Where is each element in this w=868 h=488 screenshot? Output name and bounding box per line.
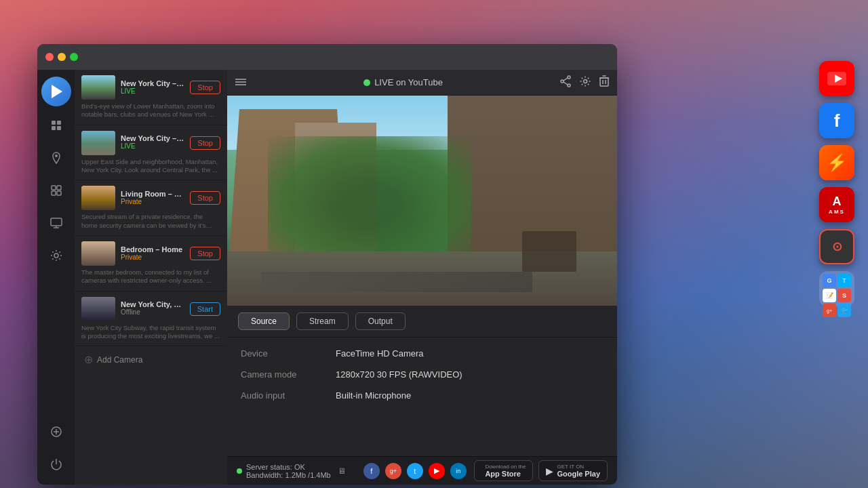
dock-facebook-icon[interactable]: f: [819, 103, 854, 138]
camera-status-4: Offline: [121, 308, 184, 316]
social-facebook-icon[interactable]: f: [363, 463, 380, 479]
audio-input-label: Audio input: [241, 390, 336, 401]
dock-youtube-icon[interactable]: [819, 61, 854, 96]
svg-line-22: [564, 78, 568, 81]
camera-name-0: New York City – Birds Eye: [121, 79, 184, 87]
minimize-button[interactable]: [58, 53, 66, 61]
details-section: Device FaceTime HD Camera Camera mode 12…: [227, 338, 617, 456]
tab-source[interactable]: Source: [238, 312, 290, 330]
settings-icon[interactable]: [579, 75, 591, 90]
camera-item-1[interactable]: New York City – UES LIVE Stop Upper East…: [75, 125, 227, 181]
camera-name-4: New York City, Subway: [121, 300, 184, 308]
maximize-button[interactable]: [70, 53, 78, 61]
dock-ams-icon[interactable]: A AMS: [819, 187, 854, 222]
mini-app-s[interactable]: S: [837, 289, 851, 302]
svg-point-21: [568, 84, 570, 87]
device-value: FaceTime HD Camera: [336, 348, 424, 359]
status-text: Server status: OK Bandwidth: 1.2Mb /1.4M…: [246, 463, 331, 479]
camera-desc-3: The master bedroom, connected to my list…: [81, 268, 220, 285]
video-preview: [227, 96, 617, 306]
sidebar-item-monitor[interactable]: [43, 209, 70, 237]
camera-stop-button-0[interactable]: Stop: [190, 81, 220, 94]
detail-row-device: Device FaceTime HD Camera: [241, 348, 604, 359]
live-dot-icon: [363, 79, 370, 86]
camera-desc-1: Upper East Side and neighborhood, Manhat…: [81, 158, 220, 175]
social-googleplus-icon[interactable]: g+: [385, 463, 401, 479]
live-text: LIVE on YouTube: [374, 77, 443, 87]
camera-thumb-1: [81, 131, 115, 155]
play-icon: ▶: [546, 466, 553, 476]
camera-item-4[interactable]: New York City, Subway Offline Start New …: [75, 291, 227, 347]
dock-target-icon[interactable]: ⊙: [819, 229, 854, 264]
sidebar-logo[interactable]: [41, 77, 71, 106]
camera-mode-value: 868x488 30 FPS (RAWVIDEO): [336, 369, 462, 380]
ams-sublabel: AMS: [829, 209, 845, 215]
title-bar: [37, 44, 617, 70]
camera-desc-2: Secured stream of a private residence, t…: [81, 213, 220, 230]
sidebar-item-location[interactable]: [43, 144, 70, 171]
target-number: ⊙: [832, 239, 842, 254]
camera-desc-4: New York City Subway, the rapid transit …: [81, 324, 220, 341]
delete-icon[interactable]: [599, 75, 609, 90]
social-youtube-icon[interactable]: ▶: [429, 463, 445, 479]
dock-lightning-icon[interactable]: ⚡: [819, 145, 854, 180]
camera-status-3: Private: [121, 253, 184, 261]
mini-app-g[interactable]: G: [823, 274, 836, 287]
mini-app-t[interactable]: T: [837, 274, 851, 287]
svg-rect-9: [51, 218, 62, 226]
camera-item-3[interactable]: Bedroom – Home Private Stop The master b…: [75, 236, 227, 291]
window-buttons: [45, 53, 78, 61]
tab-output[interactable]: Output: [355, 312, 406, 330]
google-play-label: Google Play: [557, 470, 600, 478]
camera-stop-button-2[interactable]: Stop: [190, 191, 220, 205]
camera-stop-button-1[interactable]: Stop: [190, 136, 220, 150]
sidebar-item-add[interactable]: [43, 418, 70, 445]
status-dot-icon: [237, 468, 242, 474]
store-buttons: Download on the App Store ▶ GET IT ON Go…: [474, 460, 608, 481]
svg-point-19: [568, 76, 570, 79]
camera-name-2: Living Room – Home: [121, 190, 184, 198]
close-button[interactable]: [45, 53, 54, 61]
camera-mode-label: Camera mode: [241, 369, 336, 380]
mini-app-note[interactable]: 📝: [823, 289, 836, 302]
device-label: Device: [241, 348, 336, 359]
app-store-button[interactable]: Download on the App Store: [474, 460, 533, 481]
share-icon[interactable]: [560, 75, 571, 90]
sidebar-item-power[interactable]: [43, 451, 70, 478]
add-camera-button[interactable]: ⊕ Add Camera: [75, 346, 227, 373]
bottom-bar: Server status: OK Bandwidth: 1.2Mb /1.4M…: [227, 456, 617, 485]
street-road: [261, 272, 532, 292]
car-silhouette: [522, 231, 576, 272]
camera-status-2: Private: [121, 198, 184, 205]
google-play-button[interactable]: ▶ GET IT ON Google Play: [538, 460, 608, 481]
svg-rect-8: [57, 191, 61, 195]
server-status-text: Server status: OK: [246, 463, 331, 471]
svg-point-12: [54, 253, 58, 258]
camera-name-3: Bedroom – Home: [121, 245, 184, 253]
app-store-label: App Store: [485, 470, 526, 478]
sidebar-item-grid[interactable]: [43, 177, 70, 204]
svg-rect-6: [57, 186, 61, 190]
app-content: New York City – Birds Eye LIVE Stop Bird…: [37, 70, 617, 485]
content-tabs: Source Stream Output: [227, 306, 617, 338]
sidebar-item-library[interactable]: [43, 112, 70, 139]
svg-point-4: [55, 155, 58, 157]
camera-item-0[interactable]: New York City – Birds Eye LIVE Stop Bird…: [75, 70, 227, 125]
logo-play-icon: [52, 85, 62, 98]
camera-stop-button-3[interactable]: Stop: [190, 247, 220, 260]
social-twitter-icon[interactable]: t: [407, 463, 423, 479]
right-area: LIVE on YouTube: [227, 70, 617, 485]
menu-icon[interactable]: [235, 77, 246, 89]
camera-start-button-4[interactable]: Start: [190, 302, 220, 316]
detail-row-camera-mode: Camera mode 868x488 30 FPS (RAWVIDEO): [241, 369, 604, 380]
dock-mini-apps[interactable]: G T 📝 S g+ 🐦: [819, 271, 854, 306]
sidebar: [37, 70, 75, 485]
top-bar-actions: [560, 75, 609, 90]
camera-thumb-4: [81, 297, 115, 321]
sidebar-item-settings[interactable]: [43, 242, 70, 269]
mini-app-gplus[interactable]: g+: [823, 304, 836, 317]
mini-app-bird[interactable]: 🐦: [837, 304, 851, 317]
camera-item-2[interactable]: Living Room – Home Private Stop Secured …: [75, 180, 227, 236]
social-linkedin-icon[interactable]: in: [450, 463, 467, 479]
tab-stream[interactable]: Stream: [296, 312, 349, 330]
